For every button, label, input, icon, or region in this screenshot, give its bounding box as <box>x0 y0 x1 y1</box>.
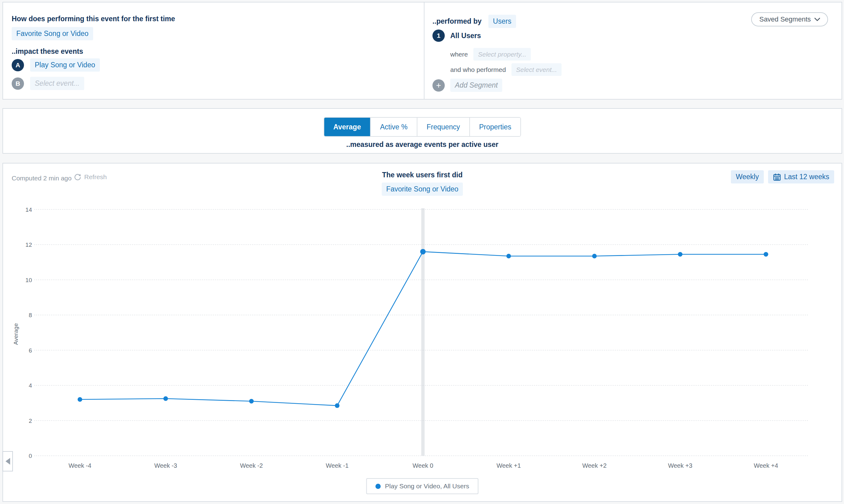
x-tick-label: Week +3 <box>668 462 692 469</box>
data-point-week--2[interactable] <box>249 399 254 403</box>
data-point-week-0[interactable] <box>420 249 426 254</box>
performed-by-heading: ..performed by <box>432 17 482 25</box>
first-time-event-chip[interactable]: Favorite Song or Video <box>12 27 93 40</box>
data-point-week--3[interactable] <box>163 396 168 401</box>
measure-tab-group: AverageActive %FrequencyProperties <box>324 117 521 137</box>
legend-series-label: Play Song or Video, All Users <box>385 483 469 490</box>
event-b-select-chip[interactable]: Select event... <box>30 77 84 90</box>
tab-properties[interactable]: Properties <box>470 118 521 136</box>
week0-highlight-band <box>421 209 425 456</box>
saved-segments-label: Saved Segments <box>759 15 811 23</box>
y-tick-label: 6 <box>29 347 32 354</box>
x-tick-label: Week +1 <box>496 462 521 469</box>
tab-frequency[interactable]: Frequency <box>417 118 470 136</box>
event-row-a: A Play Song or Video <box>12 58 100 72</box>
x-tick-label: Week 0 <box>412 462 433 469</box>
x-tick-label: Week +4 <box>754 462 778 469</box>
impact-analysis-page: How does performing this event for the f… <box>0 0 844 504</box>
impact-events-subheading: ..impact these events <box>12 47 83 56</box>
plus-icon[interactable]: + <box>432 79 445 92</box>
y-tick-label: 8 <box>29 312 32 318</box>
select-property-input[interactable]: Select property... <box>473 48 531 60</box>
measure-panel: AverageActive %FrequencyProperties ..mea… <box>2 108 842 154</box>
performed-by-section: ..performed by Users Saved Segments 1 Al… <box>425 2 842 99</box>
x-tick-label: Week -3 <box>154 462 177 469</box>
y-tick-label: 4 <box>29 382 32 389</box>
y-tick-label: 10 <box>25 277 32 283</box>
data-point-week-+4[interactable] <box>764 252 768 257</box>
segment-number-badge: 1 <box>432 30 445 42</box>
and-who-performed-label: and who performed <box>450 66 506 73</box>
x-tick-label: Week +2 <box>582 462 606 469</box>
event-a-chip[interactable]: Play Song or Video <box>30 58 100 72</box>
tab-active[interactable]: Active % <box>371 118 417 136</box>
impact-line-chart: 02468101214AverageWeek -4Week -3Week -2W… <box>3 163 842 501</box>
event-a-badge: A <box>12 59 24 71</box>
data-point-week--4[interactable] <box>78 397 83 402</box>
collapse-sidebar-button[interactable] <box>2 451 13 471</box>
performed-by-target-chip[interactable]: Users <box>488 15 516 28</box>
x-tick-label: Week -4 <box>69 462 91 469</box>
legend-series-dot <box>376 484 381 489</box>
impact-event-section: How does performing this event for the f… <box>3 2 425 99</box>
add-segment-button[interactable]: Add Segment <box>450 79 502 92</box>
y-tick-label: 14 <box>25 206 32 213</box>
chart-panel: Computed 2 min ago Refresh The week user… <box>2 163 842 502</box>
segment-row: 1 All Users <box>432 30 481 42</box>
segment-performed-row: and who performed Select event... <box>450 63 561 76</box>
y-axis-label: Average <box>13 323 19 345</box>
where-label: where <box>450 51 468 58</box>
first-time-question: How does performing this event for the f… <box>12 15 175 23</box>
y-tick-label: 0 <box>29 453 32 459</box>
chevron-down-icon <box>814 18 820 21</box>
segment-name: All Users <box>450 32 481 40</box>
event-b-badge: B <box>12 77 24 90</box>
definition-panel: How does performing this event for the f… <box>2 2 842 100</box>
data-point-week--1[interactable] <box>335 403 340 408</box>
y-tick-label: 2 <box>29 418 32 424</box>
measure-caption: ..measured as average events per active … <box>3 141 842 149</box>
x-tick-label: Week -1 <box>326 462 348 469</box>
chart-legend[interactable]: Play Song or Video, All Users <box>366 478 479 494</box>
saved-segments-button[interactable]: Saved Segments <box>751 12 828 26</box>
tab-average[interactable]: Average <box>324 118 371 136</box>
event-row-b: B Select event... <box>12 77 84 90</box>
add-segment-row: + Add Segment <box>432 79 502 92</box>
segment-where-row: where Select property... <box>450 48 531 60</box>
data-point-week-+1[interactable] <box>506 254 511 258</box>
collapse-left-icon <box>5 458 10 465</box>
y-tick-label: 12 <box>25 241 32 248</box>
x-tick-label: Week -2 <box>240 462 263 469</box>
data-point-week-+2[interactable] <box>592 254 597 258</box>
select-event-input[interactable]: Select event... <box>511 63 561 76</box>
data-point-week-+3[interactable] <box>678 252 683 257</box>
